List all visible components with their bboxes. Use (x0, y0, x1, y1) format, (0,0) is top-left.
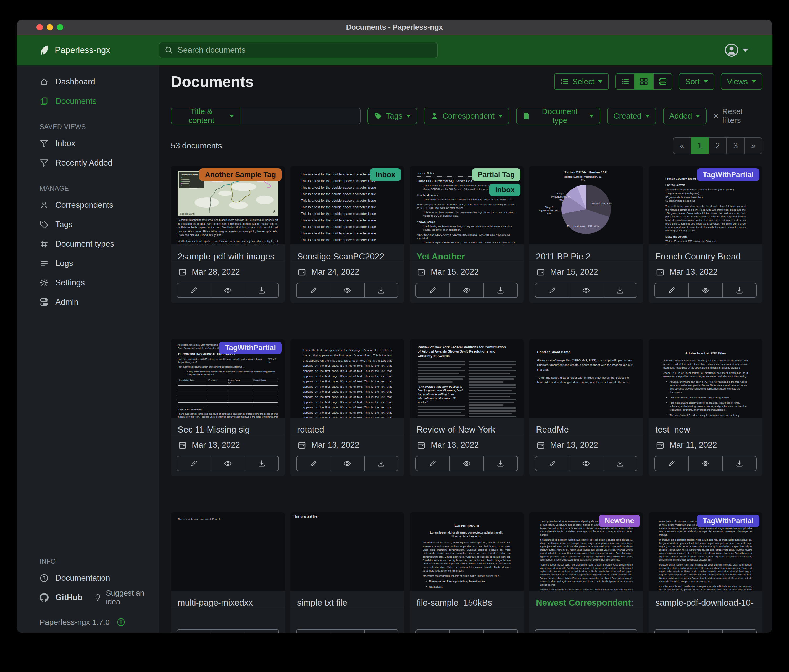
download-button[interactable] (244, 456, 278, 471)
detail-view-button[interactable] (653, 73, 672, 90)
pagination-prev-button[interactable]: « (673, 137, 691, 154)
info-circle-icon[interactable] (117, 618, 125, 627)
document-title[interactable]: French Country Bread Revised.docx (648, 244, 762, 261)
view-button[interactable] (449, 629, 483, 633)
document-thumbnail[interactable]: Another Sample Tag Boundary Waters TripG… (171, 166, 285, 244)
view-button[interactable] (449, 283, 483, 298)
view-button[interactable] (688, 629, 722, 633)
download-button[interactable] (244, 283, 278, 298)
document-type-filter-button[interactable]: Document type (516, 108, 600, 124)
edit-button[interactable] (297, 456, 330, 471)
document-thumbnail[interactable]: NewOne Lorem ipsum dolor sit amet, conse… (529, 512, 643, 591)
view-button[interactable] (569, 629, 603, 633)
correspondent-link[interactable]: Newest Correspondent (536, 598, 631, 607)
sort-button[interactable]: Sort (679, 73, 714, 90)
tag-badge[interactable]: TagWithPartial (219, 341, 282, 354)
document-card[interactable]: Adobe Acrobat PDF FilesAdobe® Portable D… (648, 339, 762, 476)
document-title[interactable]: ReadMe (529, 417, 643, 435)
sidebar-item-document-types[interactable]: Document types (16, 234, 159, 254)
view-button[interactable] (211, 283, 244, 298)
edit-button[interactable] (655, 629, 688, 633)
sidebar-item-settings[interactable]: Settings (16, 273, 159, 293)
correspondent-link[interactable]: Yet Another Correspondent (417, 252, 479, 261)
document-title[interactable]: Newest Correspondent: f_combineds (529, 591, 643, 608)
document-card[interactable]: Patient BP Distribution 2011Normal, 151,… (529, 166, 643, 303)
edit-button[interactable] (416, 283, 449, 298)
edit-button[interactable] (416, 456, 449, 471)
download-button[interactable] (484, 456, 517, 471)
edit-button[interactable] (177, 629, 211, 633)
edit-button[interactable] (655, 456, 688, 471)
view-button[interactable] (569, 456, 603, 471)
document-thumbnail[interactable]: This is the text that appears on the fir… (290, 339, 404, 417)
tag-badge[interactable]: TagWithPartial (697, 169, 759, 181)
edit-button[interactable] (297, 629, 330, 633)
view-button[interactable] (330, 629, 364, 633)
download-button[interactable] (603, 456, 637, 471)
tag-badge[interactable]: Another Sample Tag (199, 169, 282, 181)
document-card[interactable]: Partial TagInbox Release NotesSimba ODBC… (410, 166, 524, 303)
document-card[interactable]: TagWithPartial French Country BreadFor t… (648, 166, 762, 303)
document-thumbnail[interactable]: Contact Sheet DemoGiven a set of image f… (529, 339, 643, 417)
edit-button[interactable] (655, 283, 688, 298)
select-button[interactable]: Select (554, 73, 609, 90)
document-thumbnail[interactable]: This is a multi page document. Page 1. (171, 512, 285, 591)
sidebar-item-suggest-idea[interactable]: Suggest an idea (94, 589, 159, 606)
tags-filter-button[interactable]: Tags (367, 108, 417, 124)
document-card[interactable]: This is the text that appears on the fir… (290, 339, 404, 476)
download-button[interactable] (484, 283, 517, 298)
edit-button[interactable] (535, 283, 569, 298)
document-thumbnail[interactable]: Partial TagInbox Release NotesSimba ODBC… (410, 166, 524, 244)
view-button[interactable] (330, 283, 364, 298)
list-view-button[interactable] (615, 73, 635, 90)
sidebar-item-correspondents[interactable]: Correspondents (16, 196, 159, 215)
title-content-input[interactable] (240, 108, 361, 124)
tag-badge[interactable]: Inbox (370, 169, 401, 181)
document-title[interactable]: file-sample_150kBs (410, 591, 524, 608)
view-button[interactable] (211, 629, 244, 633)
search-input[interactable] (177, 45, 432, 55)
document-thumbnail[interactable]: Review of New York Federal Petitions for… (410, 339, 524, 417)
document-thumbnail[interactable]: Adobe Acrobat PDF FilesAdobe® Portable D… (648, 339, 762, 417)
reset-filters-button[interactable]: × Reset filters (713, 107, 762, 125)
document-card[interactable]: TagWithPartial Lorem ipsum dolor sit ame… (648, 512, 762, 633)
user-menu[interactable] (724, 43, 773, 57)
download-button[interactable] (603, 629, 637, 633)
document-title[interactable]: Yet Another Correspondent: Testing Email (410, 244, 524, 261)
document-card[interactable]: This is a test file. simple txt file (290, 512, 404, 633)
pagination-page-button[interactable]: 2 (708, 137, 727, 154)
edit-button[interactable] (177, 456, 211, 471)
download-button[interactable] (364, 456, 398, 471)
edit-button[interactable] (535, 456, 569, 471)
view-button[interactable] (211, 456, 244, 471)
document-title[interactable]: 2sample-pdf-with-images (171, 244, 285, 261)
view-button[interactable] (569, 283, 603, 298)
sidebar-item-documents[interactable]: Documents (16, 92, 159, 111)
edit-button[interactable] (297, 283, 330, 298)
document-title[interactable]: Sec 11-Missing sig (171, 417, 285, 435)
title-content-filter-button[interactable]: Title & content (171, 108, 240, 124)
view-button[interactable] (688, 283, 722, 298)
document-title[interactable]: 2011 BP Pie 2 (529, 244, 643, 261)
document-title[interactable]: test_new (648, 417, 762, 435)
edit-button[interactable] (177, 283, 211, 298)
document-thumbnail[interactable]: This is a test file. (290, 512, 404, 591)
tag-badge[interactable]: Partial Tag (472, 169, 521, 181)
document-thumbnail[interactable]: TagWithPartial French Country BreadFor t… (648, 166, 762, 244)
tag-badge[interactable]: NewOne (599, 514, 640, 527)
document-thumbnail[interactable]: Inbox This is a test for the double spac… (290, 166, 404, 244)
document-title[interactable]: simple txt file (290, 591, 404, 608)
document-card[interactable]: Another Sample Tag Boundary Waters TripG… (171, 166, 285, 303)
document-title[interactable]: rotated (290, 417, 404, 435)
download-button[interactable] (603, 283, 637, 298)
download-button[interactable] (364, 283, 398, 298)
sidebar-item-dashboard[interactable]: Dashboard (16, 72, 159, 92)
download-button[interactable] (244, 629, 278, 633)
sidebar-item-inbox[interactable]: Inbox (16, 134, 159, 153)
views-button[interactable]: Views (721, 73, 762, 90)
document-thumbnail[interactable]: TagWithPartial Application for Medical S… (171, 339, 285, 417)
view-button[interactable] (330, 456, 364, 471)
sidebar-item-github[interactable]: GitHub (16, 588, 82, 607)
document-card[interactable]: TagWithPartial Application for Medical S… (171, 339, 285, 476)
view-button[interactable] (449, 456, 483, 471)
